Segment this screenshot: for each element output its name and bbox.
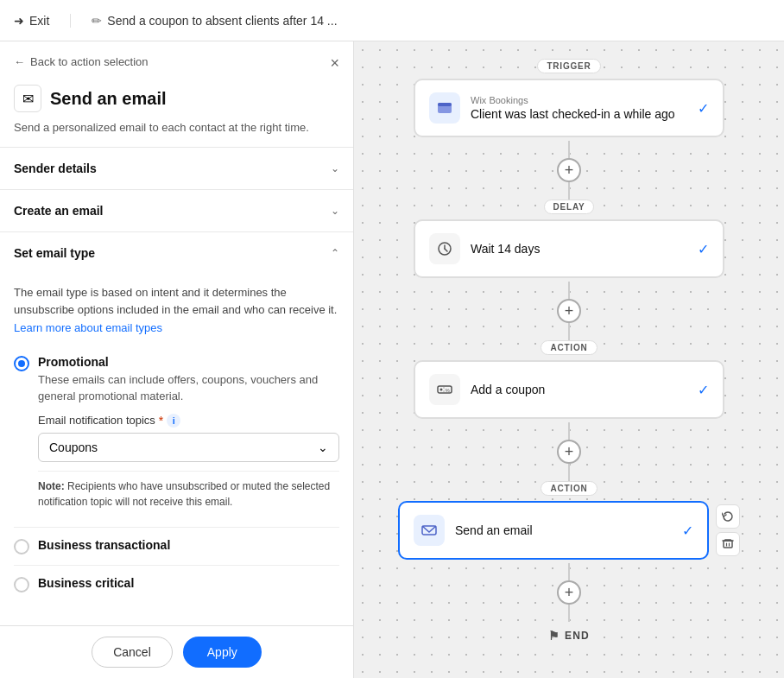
action1-badge: ACTION xyxy=(541,340,597,355)
send-email-wrapper: Send an email ✓ xyxy=(398,497,740,563)
set-email-type-label: Set email type xyxy=(14,246,95,260)
set-email-type-chevron-icon: ⌃ xyxy=(331,247,339,259)
business-critical-content: Business critical xyxy=(38,576,134,590)
node-refresh-button[interactable] xyxy=(716,504,740,529)
edit-icon: ✏ xyxy=(92,14,102,28)
left-header: ← Back to action selection × xyxy=(0,41,353,78)
business-transactional-label: Business transactional xyxy=(38,538,170,552)
exit-label: Exit xyxy=(29,14,49,28)
exit-icon: ➜ xyxy=(14,14,24,28)
divider2 xyxy=(14,565,339,566)
plus-after-trigger[interactable]: + xyxy=(557,158,581,182)
send-email-check-icon: ✓ xyxy=(682,523,693,539)
sender-details-label: Sender details xyxy=(14,162,97,175)
trigger-node[interactable]: Wix Bookings Client was last checked-in … xyxy=(414,79,724,137)
learn-more-link[interactable]: Learn more about email types xyxy=(14,321,162,334)
svg-line-4 xyxy=(445,249,447,251)
back-arrow-icon: ← xyxy=(14,55,25,68)
set-email-type-header[interactable]: Set email type ⌃ xyxy=(0,232,353,274)
business-transactional-option[interactable]: Business transactional xyxy=(14,531,339,561)
svg-rect-10 xyxy=(724,541,732,548)
coupon-node-text: Add a coupon xyxy=(471,383,545,396)
panel-icon: ✉ xyxy=(14,85,41,112)
main-layout: ← Back to action selection × ✉ Send an e… xyxy=(0,41,784,678)
sender-details-header[interactable]: Sender details ⌄ xyxy=(0,148,353,189)
svg-text:%: % xyxy=(446,388,451,393)
topics-dropdown-chevron: ⌄ xyxy=(318,440,328,454)
send-email-node[interactable]: Send an email ✓ xyxy=(398,501,709,560)
topbar: ➜ Exit ✏ Send a coupon to absent clients… xyxy=(0,0,784,41)
end-marker: ⚑ END xyxy=(548,629,590,643)
send-email-node-icon xyxy=(414,515,445,546)
topics-info-icon[interactable]: i xyxy=(167,414,180,428)
send-email-group: ACTION Send an email ✓ xyxy=(398,481,740,622)
flow-container: TRIGGER Wix Bookings Client was last che… xyxy=(354,59,784,643)
svg-rect-1 xyxy=(438,103,452,106)
delay-node[interactable]: Wait 14 days ✓ xyxy=(414,219,724,278)
create-email-section: Create an email ⌄ xyxy=(0,189,353,231)
delay-node-icon xyxy=(429,233,460,264)
delay-group: DELAY Wait 14 days ✓ + xyxy=(414,200,724,340)
business-transactional-radio[interactable] xyxy=(14,539,29,554)
left-panel: ← Back to action selection × ✉ Send an e… xyxy=(0,41,354,678)
plus-after-email[interactable]: + xyxy=(557,580,581,605)
promotional-option[interactable]: Promotional These emails can include off… xyxy=(14,348,339,523)
coupon-title: Add a coupon xyxy=(471,383,545,396)
coupon-node[interactable]: % Add a coupon ✓ xyxy=(414,360,724,419)
promotional-sub: These emails can include offers, coupons… xyxy=(38,371,339,405)
radio-dot xyxy=(18,360,25,367)
plus-after-coupon[interactable]: + xyxy=(557,440,581,464)
promotional-radio[interactable] xyxy=(14,356,29,371)
note-bold: Note: xyxy=(38,480,65,492)
business-critical-radio[interactable] xyxy=(14,577,29,592)
end-flag-icon: ⚑ xyxy=(548,629,560,643)
trigger-group: TRIGGER Wix Bookings Client was last che… xyxy=(414,59,724,200)
connector-5 xyxy=(568,422,570,440)
coupon-group: ACTION % Add a coupon ✓ + xyxy=(414,340,724,481)
send-email-title: Send an email xyxy=(455,523,533,537)
close-button[interactable]: × xyxy=(330,55,339,71)
connector-6 xyxy=(568,464,570,481)
create-email-chevron-icon: ⌄ xyxy=(331,205,339,217)
node-delete-button[interactable] xyxy=(716,532,740,556)
send-email-node-text: Send an email xyxy=(455,523,533,537)
trigger-node-left: Wix Bookings Client was last checked-in … xyxy=(429,92,675,124)
bottom-bar: Cancel Apply xyxy=(0,625,353,678)
promotional-label: Promotional xyxy=(38,355,339,369)
send-email-node-left: Send an email xyxy=(414,515,533,546)
end-label: END xyxy=(565,630,590,642)
topics-required: * xyxy=(159,414,163,428)
set-email-type-content: The email type is based on intent and it… xyxy=(0,274,353,613)
connector-7 xyxy=(568,563,570,580)
apply-button[interactable]: Apply xyxy=(183,637,262,668)
divider xyxy=(14,527,339,528)
topics-dropdown[interactable]: Coupons ⌄ xyxy=(38,433,339,462)
panel-title: Send an email xyxy=(50,89,167,109)
back-to-selection[interactable]: ← Back to action selection xyxy=(14,55,149,68)
email-type-description: The email type is based on intent and it… xyxy=(14,284,339,338)
cancel-button[interactable]: Cancel xyxy=(92,637,173,668)
delay-node-text: Wait 14 days xyxy=(471,242,540,256)
panel-title-row: ✉ Send an email xyxy=(0,78,353,116)
business-transactional-content: Business transactional xyxy=(38,538,170,552)
trigger-title: Client was last checked-in a while ago xyxy=(471,107,675,121)
connector-3 xyxy=(568,282,570,299)
flow-canvas: TRIGGER Wix Bookings Client was last che… xyxy=(354,41,784,678)
delay-badge: DELAY xyxy=(544,200,595,214)
coupon-check-icon: ✓ xyxy=(698,382,709,398)
create-email-label: Create an email xyxy=(14,204,104,218)
connector-2 xyxy=(568,182,570,200)
svg-point-6 xyxy=(440,389,443,391)
workflow-title: Send a coupon to absent clients after 14… xyxy=(107,14,337,28)
action2-badge: ACTION xyxy=(541,481,597,496)
topics-dropdown-value: Coupons xyxy=(49,440,98,454)
trigger-node-text: Wix Bookings Client was last checked-in … xyxy=(471,95,675,121)
topics-row: Email notification topics * i xyxy=(38,414,339,428)
exit-button[interactable]: ➜ Exit xyxy=(14,14,71,28)
sender-details-section: Sender details ⌄ xyxy=(0,147,353,189)
plus-after-delay[interactable]: + xyxy=(557,299,581,323)
create-email-header[interactable]: Create an email ⌄ xyxy=(0,190,353,231)
topbar-title: ✏ Send a coupon to absent clients after … xyxy=(92,14,337,28)
trigger-badge: TRIGGER xyxy=(537,59,600,73)
business-critical-option[interactable]: Business critical xyxy=(14,569,339,599)
